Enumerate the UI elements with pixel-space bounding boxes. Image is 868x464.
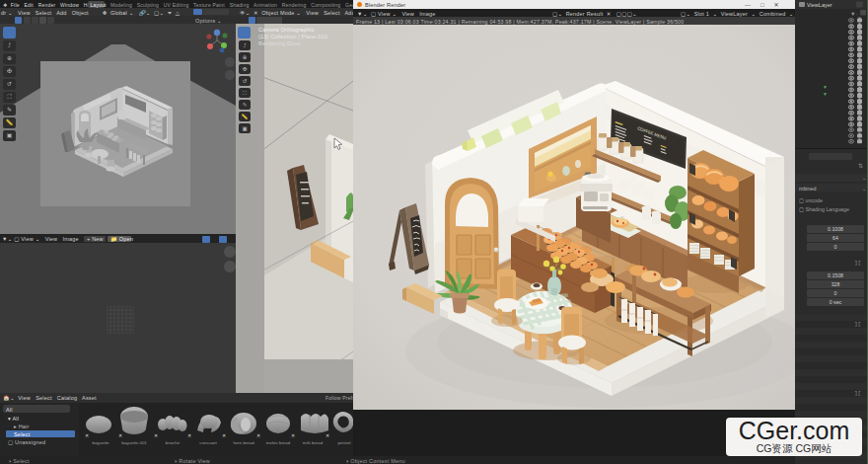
svg-text:▢ Shading Language: ▢ Shading Language	[799, 206, 849, 212]
svg-text:baguette.001: baguette.001	[121, 440, 147, 445]
svg-text:64: 64	[832, 235, 838, 241]
svg-text:✕: ✕	[256, 432, 260, 438]
svg-text:][: ][	[854, 321, 861, 328]
svg-text:melon bread: melon bread	[266, 440, 291, 445]
svg-text:▢ uncode: ▢ uncode	[799, 197, 823, 203]
svg-text:328: 328	[832, 281, 840, 287]
svg-text:0: 0	[834, 244, 837, 250]
svg-text:0: 0	[834, 290, 837, 296]
svg-text:0.1508: 0.1508	[828, 272, 843, 278]
svg-text:horn bread: horn bread	[233, 440, 254, 445]
svg-text:✕: ✕	[154, 432, 158, 438]
svg-text:✕: ✕	[187, 432, 191, 438]
svg-text:milk bread: milk bread	[303, 440, 324, 445]
svg-text:✕: ✕	[85, 432, 89, 438]
svg-text:mbined: mbined	[799, 186, 816, 192]
svg-text:✕: ✕	[326, 432, 329, 438]
svg-text:✕: ✕	[222, 432, 226, 438]
svg-text:✕: ✕	[291, 432, 295, 438]
svg-text:0 sec: 0 sec	[830, 299, 842, 305]
svg-text:▼·: ▼·	[850, 11, 857, 17]
svg-text:croissant: croissant	[199, 440, 217, 445]
svg-text:][: ][	[854, 390, 861, 397]
svg-text:baguette: baguette	[92, 440, 109, 445]
svg-text:][: ][	[854, 260, 861, 267]
svg-text:pretzel: pretzel	[337, 440, 350, 445]
svg-text:⇅: ⇅	[858, 163, 863, 169]
svg-text:▼: ▼	[823, 91, 828, 97]
svg-text:0.1008: 0.1008	[828, 226, 843, 232]
svg-text:✕: ✕	[118, 432, 122, 438]
svg-text:ViewLayer: ViewLayer	[807, 2, 832, 8]
svg-text:▼: ▼	[823, 84, 828, 90]
svg-text:brioche: brioche	[166, 440, 181, 445]
